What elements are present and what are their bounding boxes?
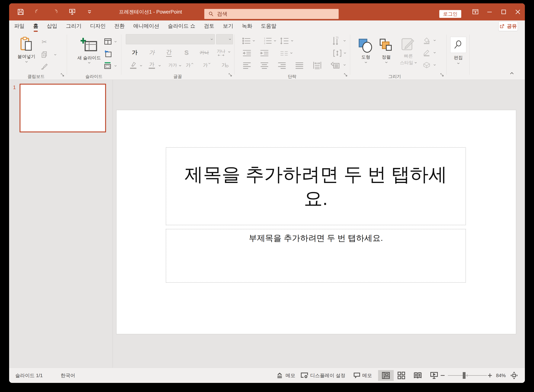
line-spacing-button[interactable] <box>279 37 290 45</box>
section-dropdown[interactable] <box>113 64 118 68</box>
maximize-button[interactable] <box>500 8 508 16</box>
font-size-combo[interactable] <box>216 34 233 44</box>
slide-indicator[interactable]: 슬라이드 1/1 <box>15 368 43 383</box>
align-right-button[interactable] <box>277 61 287 70</box>
tab-slideshow[interactable]: 슬라이드 쇼 <box>164 20 200 32</box>
redo-button[interactable] <box>51 8 59 16</box>
text-direction-button[interactable]: 가 <box>331 36 343 46</box>
slide-canvas[interactable]: 제목을 추가하려면 두 번 탭하세요. 부제목을 추가하려면 두 번 탭하세요. <box>116 110 516 334</box>
change-case-dropdown[interactable] <box>178 64 182 68</box>
smartart-dropdown[interactable] <box>343 63 347 67</box>
quick-styles-button[interactable]: 빠른 스타일 <box>397 34 420 69</box>
close-button[interactable] <box>514 8 522 16</box>
new-slide-button[interactable]: 새 슬라이드 <box>71 35 108 66</box>
reset-slide-button[interactable] <box>104 49 112 58</box>
shapes-button[interactable]: 도형 <box>356 35 376 67</box>
bold-button[interactable]: 가 <box>130 48 139 57</box>
normal-view-button[interactable] <box>378 370 394 381</box>
subtitle-placeholder[interactable]: 부제목을 추가하려면 두 번 탭하세요. <box>166 229 466 283</box>
font-name-combo[interactable] <box>126 34 215 44</box>
drawing-dialog-launcher[interactable] <box>440 73 444 77</box>
shape-effects-dropdown[interactable] <box>433 63 437 67</box>
start-slideshow-button[interactable] <box>69 8 76 16</box>
bullets-button[interactable] <box>242 37 251 45</box>
arrange-button[interactable]: 정렬 <box>376 35 397 67</box>
convert-to-smartart-button[interactable] <box>330 60 341 70</box>
search-input[interactable]: 검색 <box>204 9 339 19</box>
copy-dropdown[interactable] <box>53 52 57 57</box>
section-button[interactable] <box>104 61 112 70</box>
shape-fill-button[interactable] <box>422 36 431 45</box>
columns-button[interactable] <box>279 49 289 58</box>
text-direction-dropdown[interactable] <box>343 39 347 43</box>
undo-button[interactable] <box>34 8 42 16</box>
cut-button[interactable]: ✂ <box>40 37 49 46</box>
character-spacing-dropdown[interactable] <box>227 50 231 54</box>
font-color-dropdown[interactable] <box>158 64 162 68</box>
slide-sorter-view-button[interactable] <box>393 370 409 381</box>
tab-draw[interactable]: 그리기 <box>61 20 86 32</box>
tab-record[interactable]: 녹화 <box>238 20 257 32</box>
format-painter-button[interactable] <box>40 62 49 71</box>
tab-help[interactable]: 도움말 <box>257 20 281 32</box>
reading-view-button[interactable] <box>410 370 425 381</box>
tab-insert[interactable]: 삽입 <box>43 20 61 32</box>
paste-button[interactable]: 붙여넣기 <box>16 36 37 64</box>
columns-dropdown[interactable] <box>289 51 293 55</box>
ribbon-display-options-button[interactable] <box>471 8 479 16</box>
shape-fill-dropdown[interactable] <box>433 38 437 42</box>
clear-formatting-button[interactable]: 가 <box>220 60 231 70</box>
distribute-columns-button[interactable] <box>312 60 322 70</box>
increase-indent-button[interactable] <box>260 49 269 58</box>
highlight-dropdown[interactable] <box>139 64 143 68</box>
layout-dropdown[interactable] <box>113 39 118 44</box>
underline-button[interactable]: 간 <box>164 48 174 57</box>
font-dialog-launcher[interactable] <box>229 73 233 77</box>
slide-thumbnail-panel[interactable]: 1 <box>9 80 113 368</box>
bullets-dropdown[interactable] <box>252 39 256 43</box>
login-button[interactable]: 로그인 <box>439 10 461 18</box>
align-center-button[interactable] <box>260 61 269 70</box>
tab-design[interactable]: 디자인 <box>86 20 110 32</box>
align-text-dropdown[interactable] <box>343 51 347 55</box>
share-button[interactable]: 공유 <box>498 21 518 31</box>
tab-view[interactable]: 보기 <box>219 20 238 32</box>
fit-slide-to-window-button[interactable] <box>511 368 517 383</box>
shape-outline-dropdown[interactable] <box>433 51 437 55</box>
line-spacing-dropdown[interactable] <box>290 39 294 43</box>
change-case-button[interactable]: 가가 <box>166 60 179 70</box>
text-shadow-button[interactable]: S <box>182 48 191 57</box>
collapse-ribbon-button[interactable] <box>509 71 515 76</box>
clipboard-dialog-launcher[interactable] <box>61 73 65 77</box>
language-indicator[interactable]: 한국어 <box>61 368 75 383</box>
decrease-indent-button[interactable] <box>242 49 252 58</box>
editing-button[interactable]: 편집 <box>449 34 467 67</box>
italic-button[interactable]: 가 <box>147 48 156 57</box>
zoom-in-button[interactable] <box>487 368 492 383</box>
display-settings-button[interactable]: 디스플레이 설정 <box>301 368 345 383</box>
align-left-button[interactable] <box>242 61 252 70</box>
copy-button[interactable] <box>40 50 49 59</box>
tab-transitions[interactable]: 전환 <box>110 20 129 32</box>
comments-button[interactable]: 메모 <box>354 368 372 383</box>
paragraph-dialog-launcher[interactable] <box>344 73 348 77</box>
tab-review[interactable]: 검토 <box>200 20 219 32</box>
minimize-button[interactable] <box>485 8 494 16</box>
notes-toggle[interactable]: 메모 <box>277 368 295 383</box>
title-placeholder[interactable]: 제목을 추가하려면 두 번 탭하세요. <box>166 147 466 225</box>
font-color-button[interactable]: 가 <box>147 60 156 71</box>
tab-home[interactable]: 홈 <box>29 20 43 32</box>
zoom-slider-thumb[interactable] <box>463 372 466 379</box>
save-button[interactable] <box>17 8 24 16</box>
zoom-slider-track[interactable] <box>448 375 487 376</box>
tab-animations[interactable]: 애니메이션 <box>129 20 164 32</box>
increase-font-size-button[interactable]: 가 <box>185 60 194 70</box>
shape-effects-button[interactable] <box>422 61 431 70</box>
tab-file[interactable]: 파일 <box>10 20 29 32</box>
numbering-dropdown[interactable] <box>273 39 277 43</box>
slideshow-view-button[interactable] <box>426 370 442 381</box>
numbering-button[interactable]: 123 <box>263 37 273 45</box>
slide-thumbnail[interactable] <box>19 84 106 132</box>
shape-outline-button[interactable] <box>422 48 431 57</box>
highlight-button[interactable] <box>128 60 138 70</box>
